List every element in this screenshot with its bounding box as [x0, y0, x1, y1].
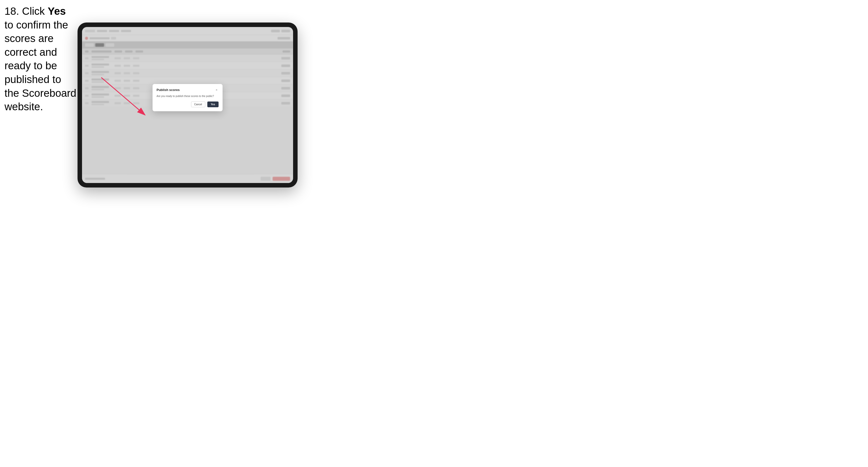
instruction-bold: Yes	[48, 5, 66, 17]
instruction-suffix: to confirm the scores are correct and re…	[4, 19, 76, 113]
cancel-button[interactable]: Cancel	[191, 101, 205, 107]
tablet-screen: Publish scores × Are you ready to publis…	[82, 27, 293, 183]
modal-header: Publish scores ×	[157, 88, 219, 92]
publish-scores-modal: Publish scores × Are you ready to publis…	[153, 84, 223, 111]
modal-close-button[interactable]: ×	[215, 88, 219, 92]
modal-footer: Cancel Yes	[157, 101, 219, 107]
instruction-text: 18. Click Yes to confirm the scores are …	[4, 4, 77, 114]
step-number: 18.	[4, 5, 19, 17]
modal-title: Publish scores	[157, 88, 180, 92]
tablet-frame: Publish scores × Are you ready to publis…	[78, 23, 298, 187]
yes-button[interactable]: Yes	[207, 101, 219, 107]
instruction-prefix: Click	[22, 5, 48, 17]
modal-overlay: Publish scores × Are you ready to publis…	[82, 27, 293, 183]
modal-body: Are you ready to publish these scores to…	[157, 94, 219, 98]
